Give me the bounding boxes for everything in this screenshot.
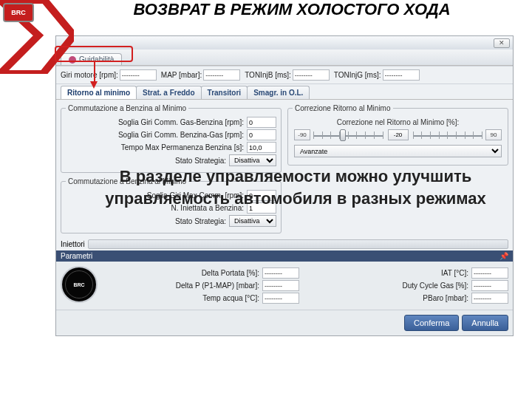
- titlebar: ✕: [56, 36, 513, 50]
- iniettori-bar[interactable]: [88, 239, 508, 249]
- iniettori-label: Iniettori: [61, 240, 85, 248]
- p6-value[interactable]: [471, 293, 508, 304]
- gauge-icon: BRC: [61, 266, 98, 303]
- param-body: BRC Delta Portata [%]: Delta P (P1-MAP) …: [56, 262, 513, 310]
- slider-track-2[interactable]: [413, 130, 483, 140]
- b1r2-label: Soglia Giri Comm. Benzina-Gas [rpm]:: [66, 131, 244, 139]
- p2-value[interactable]: [262, 280, 299, 291]
- map-value[interactable]: [203, 69, 240, 81]
- slider-row: -90 -20 90: [294, 129, 502, 140]
- subtab-smagr[interactable]: Smagr. in O.L.: [247, 86, 310, 99]
- slider-value: -20: [388, 129, 409, 140]
- giri-value[interactable]: [120, 69, 157, 81]
- b2r3-select[interactable]: Disattiva: [229, 215, 276, 227]
- subtab-transitori[interactable]: Transitori: [201, 86, 248, 99]
- advanced-select[interactable]: Avanzate: [294, 145, 502, 157]
- param-title: Parametri: [61, 252, 92, 260]
- box3-legend: Correzione Ritorno al Minimo: [293, 104, 393, 112]
- b1r2-input[interactable]: [247, 129, 276, 140]
- p5-label: Duty Cycle Gas [%]:: [314, 282, 468, 290]
- tonb-label: TONInjB [ms]:: [245, 71, 291, 79]
- overlay-caption: В разделе управляемости можно улучшить у…: [81, 166, 510, 209]
- footer: Conferma Annulla: [56, 310, 513, 335]
- b1r3-label: Tempo Max Permanenza Benzina [s]:: [66, 143, 244, 151]
- iniettori-row: Iniettori: [56, 238, 513, 250]
- header-readouts: Giri motore [rpm]: MAP [mbar]: TONInjB […: [56, 66, 513, 84]
- p6-label: PBaro [mbar]:: [314, 294, 468, 302]
- param-titlebar: Parametri 📌: [56, 250, 513, 262]
- slider-label: Correzione nel Ritorno al Minimo [%]:: [294, 118, 502, 126]
- confirm-button[interactable]: Conferma: [404, 315, 459, 331]
- p2-label: Delta P (P1-MAP) [mbar]:: [105, 282, 259, 290]
- titlebar-close[interactable]: ✕: [494, 38, 510, 48]
- b2r3-label: Stato Strategia:: [66, 217, 226, 225]
- p1-label: Delta Portata [%]:: [105, 269, 259, 277]
- param-pin-icon[interactable]: 📌: [499, 252, 508, 260]
- p5-value[interactable]: [471, 280, 508, 291]
- b1r4-label: Stato Strategia:: [66, 157, 226, 165]
- subtab-ritorno[interactable]: Ritorno al minimo: [61, 86, 137, 99]
- slide-title: ВОЗВРАТ В РЕЖИМ ХОЛОСТОГО ХОДА: [74, 0, 510, 19]
- p4-value[interactable]: [471, 267, 508, 279]
- map-label: MAP [mbar]:: [161, 71, 202, 79]
- slider-track[interactable]: [313, 130, 383, 140]
- p4-label: IAT [°C]:: [314, 269, 468, 277]
- slider-max-btn[interactable]: 90: [485, 129, 502, 140]
- slider-min-btn[interactable]: -90: [294, 129, 310, 140]
- p3-label: Temp acqua [°C]:: [105, 294, 259, 302]
- box-commut-1: Commutazione a Benzina al Minimo Soglia …: [61, 104, 282, 173]
- cancel-button[interactable]: Annulla: [462, 315, 508, 331]
- b1r1-label: Soglia Giri Comm. Gas-Benzina [rpm]:: [66, 118, 244, 126]
- callout-arrow: [90, 81, 98, 89]
- tong-value[interactable]: [383, 69, 420, 81]
- box1-legend: Commutazione a Benzina al Minimo: [66, 104, 188, 112]
- box-correzione: Correzione Ritorno al Minimo Correzione …: [287, 104, 508, 166]
- p3-value[interactable]: [262, 293, 299, 304]
- p1-value[interactable]: [262, 267, 299, 279]
- tab-label: Guidabilità: [79, 55, 114, 64]
- b1r1-input[interactable]: [247, 117, 276, 128]
- sub-tab-strip: Ritorno al minimo Strat. a Freddo Transi…: [56, 84, 513, 100]
- b1r3-input[interactable]: [247, 142, 276, 153]
- brc-logo: BRC: [3, 3, 34, 22]
- tong-label: TONInjG [ms]:: [334, 71, 381, 79]
- slider-thumb[interactable]: [340, 129, 346, 141]
- tonb-value[interactable]: [293, 69, 330, 81]
- b1r4-select[interactable]: Disattiva: [229, 154, 276, 166]
- subtab-freddo[interactable]: Strat. a Freddo: [136, 86, 202, 99]
- main-tab-strip: Guidabilità: [56, 50, 513, 66]
